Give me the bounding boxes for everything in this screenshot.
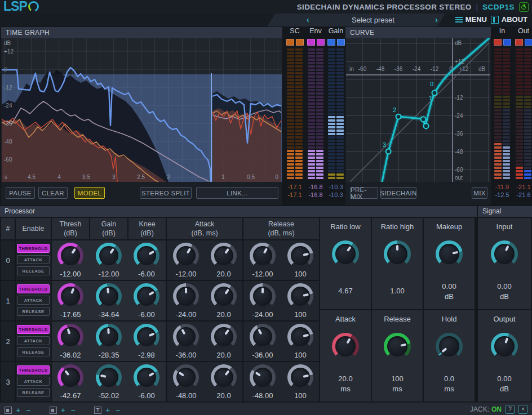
font-plus-button[interactable]: + (106, 406, 110, 414)
output-value[interactable]: 0.00 (478, 374, 531, 383)
preset-select[interactable]: Select preset (334, 16, 413, 24)
release_level-knob[interactable] (250, 364, 276, 390)
ratio_high-value[interactable]: 1.00 (372, 287, 423, 295)
enable-release-button[interactable]: RELEASE (17, 266, 50, 275)
enable-threshold-button[interactable]: THRESHOLD (17, 325, 50, 334)
attack_level-value[interactable]: -24.00 (167, 310, 205, 319)
sc-channel-0-button[interactable] (286, 39, 294, 46)
enable-attack-button[interactable]: ATTACK (17, 336, 50, 345)
release_time-knob[interactable] (287, 324, 313, 350)
gain-channel-1-button[interactable] (337, 39, 345, 46)
close-icon[interactable]: × (518, 405, 527, 414)
hold-knob[interactable] (436, 333, 463, 360)
gain-value[interactable]: -28.35 (90, 351, 127, 359)
input-channel-0-button[interactable] (494, 39, 502, 46)
ui-scale-icon[interactable] (50, 407, 57, 414)
window-scale-plus-button[interactable]: + (16, 406, 20, 414)
gain-knob[interactable] (96, 364, 122, 390)
enable-attack-button[interactable]: ATTACK (17, 255, 50, 264)
window-scale-icon[interactable] (5, 407, 12, 414)
gain-channel-0-button[interactable] (327, 39, 335, 46)
attack_level-knob[interactable] (173, 283, 199, 309)
release_time-value[interactable]: 100 (282, 270, 319, 278)
release_level-value[interactable]: -24.00 (244, 310, 281, 319)
ui-scale-plus-button[interactable]: + (61, 406, 65, 414)
gain-value[interactable]: -34.64 (90, 310, 127, 319)
knee-value[interactable]: -6.00 (128, 391, 165, 400)
enable-threshold-button[interactable]: THRESHOLD (17, 284, 50, 293)
clear-button[interactable]: CLEAR (38, 187, 68, 199)
ratio_high-knob[interactable] (384, 240, 411, 267)
mix-button[interactable]: MIX (472, 187, 487, 199)
release_time-value[interactable]: 100 (282, 310, 319, 319)
release_time-knob[interactable] (287, 243, 313, 269)
window-scale-minus-button[interactable]: − (26, 406, 31, 414)
ratio_low-knob[interactable] (332, 240, 359, 267)
output-knob[interactable] (491, 333, 518, 360)
enable-release-button[interactable]: RELEASE (17, 347, 50, 356)
pre-mix-button[interactable]: PRE-MIX (350, 187, 378, 199)
release_level-value[interactable]: -36.00 (244, 351, 281, 359)
hold-value[interactable]: 0.0 (424, 374, 475, 383)
gain-knob[interactable] (96, 243, 122, 269)
ui-scale-minus-button[interactable]: − (71, 406, 76, 414)
enable-attack-button[interactable]: ATTACK (17, 296, 50, 305)
release_level-knob[interactable] (250, 324, 276, 350)
font-minus-button[interactable]: − (116, 406, 121, 414)
preset-next-button[interactable]: › (435, 15, 438, 24)
curve-point[interactable] (421, 117, 426, 122)
curve-point-2[interactable] (396, 114, 401, 119)
knee-knob[interactable] (134, 283, 159, 309)
env-channel-1-button[interactable] (317, 39, 325, 46)
enable-attack-button[interactable]: ATTACK (17, 377, 50, 386)
thresh-value[interactable]: -36.02 (52, 351, 89, 359)
about-button[interactable]: ABOUT (491, 15, 527, 24)
release-knob[interactable] (384, 333, 411, 360)
ratio_low-value[interactable]: 4.67 (320, 287, 371, 295)
enable-release-button[interactable]: RELEASE (17, 388, 50, 397)
output-channel-0-button[interactable] (515, 39, 523, 46)
sidechain-button[interactable]: SIDECHAIN (380, 187, 416, 199)
input-value[interactable]: 0.00 (478, 282, 531, 291)
release_level-knob[interactable] (250, 283, 276, 309)
thresh-knob[interactable] (57, 243, 83, 269)
help-icon[interactable]: ? (506, 405, 515, 414)
thresh-knob[interactable] (57, 324, 83, 350)
gain-knob[interactable] (96, 324, 122, 350)
release_level-knob[interactable] (250, 243, 276, 269)
attack_level-knob[interactable] (173, 324, 199, 350)
attack_level-knob[interactable] (173, 364, 199, 390)
knee-value[interactable]: -6.00 (128, 270, 165, 278)
release_time-knob[interactable] (287, 283, 313, 309)
gain-value[interactable]: -52.02 (90, 391, 127, 400)
input-channel-1-button[interactable] (503, 39, 511, 46)
knee-value[interactable]: -2.98 (128, 351, 165, 359)
input-knob[interactable] (491, 240, 518, 267)
makeup-knob[interactable] (436, 240, 463, 267)
attack_time-knob[interactable] (211, 324, 237, 350)
menu-button[interactable]: MENU (455, 15, 487, 24)
thresh-knob[interactable] (57, 283, 83, 309)
font-size-icon[interactable]: T (94, 407, 101, 414)
knee-knob[interactable] (134, 364, 159, 390)
env-channel-0-button[interactable] (307, 39, 315, 46)
knee-value[interactable]: -6.00 (128, 310, 165, 319)
attack_time-knob[interactable] (211, 243, 237, 269)
output-channel-1-button[interactable] (525, 39, 532, 46)
attack_time-knob[interactable] (211, 283, 237, 309)
attack_level-value[interactable]: -36.00 (167, 351, 205, 359)
thresh-knob[interactable] (57, 364, 83, 390)
sc-channel-1-button[interactable] (296, 39, 304, 46)
attack_level-value[interactable]: -12.00 (167, 270, 205, 278)
makeup-value[interactable]: 0.00 (424, 282, 475, 291)
release-value[interactable]: 100 (372, 374, 423, 383)
curve-point-1[interactable] (424, 123, 429, 128)
thresh-value[interactable]: -17.65 (52, 310, 89, 319)
preset-prev-button[interactable]: ‹ (307, 15, 309, 24)
attack-value[interactable]: 20.0 (320, 374, 371, 383)
gain-knob[interactable] (96, 283, 122, 309)
curve-point-3[interactable] (386, 149, 391, 154)
knee-knob[interactable] (134, 243, 159, 269)
release_time-knob[interactable] (287, 364, 313, 390)
enable-threshold-button[interactable]: THRESHOLD (17, 244, 50, 253)
